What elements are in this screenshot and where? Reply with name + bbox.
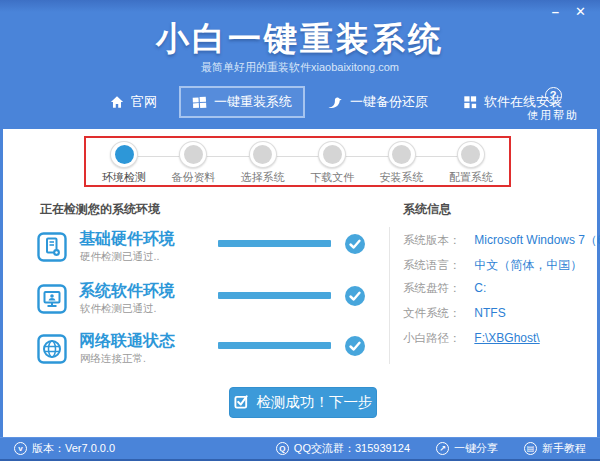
check-circle-icon	[345, 234, 365, 254]
info-label: 小白路径：	[403, 331, 467, 346]
info-value: NTFS	[474, 306, 505, 320]
question-icon: ?	[545, 87, 562, 104]
progress-bar	[218, 292, 331, 299]
step-install-system: 安装系统	[370, 141, 434, 185]
backup-restore-icon	[327, 95, 343, 110]
step-dot	[253, 145, 272, 164]
progress-bar	[218, 240, 331, 247]
info-label: 系统语言：	[403, 258, 467, 273]
detection-heading: 正在检测您的系统环境	[40, 201, 160, 218]
detection-row-software: 系统软件环境 软件检测已通过.	[3, 281, 388, 327]
detection-title: 系统软件环境	[79, 281, 175, 302]
windows-icon	[192, 95, 207, 110]
info-row-file-system: 文件系统： NTFS	[403, 306, 506, 321]
apps-grid-icon	[463, 95, 477, 109]
step-download-files: 下载文件	[300, 141, 364, 185]
qq-icon: Q	[276, 442, 289, 455]
vertical-divider	[389, 227, 390, 364]
hardware-icon	[37, 232, 67, 262]
system-info-heading: 系统信息	[403, 201, 451, 218]
nav-item-official-site[interactable]: 官网	[97, 86, 170, 118]
info-row-os-language: 系统语言： 中文（简体，中国）	[403, 257, 582, 274]
tutorial-icon: ▤	[524, 442, 537, 455]
tutorial-label: 新手教程	[542, 441, 586, 456]
content-area: 环境检测 备份资料 选择系统 下载文件 安装系统	[3, 129, 597, 437]
wizard-stepper: 环境检测 备份资料 选择系统 下载文件 安装系统	[86, 138, 509, 185]
home-icon	[110, 95, 124, 109]
checkbox-check-icon	[234, 394, 249, 412]
progress-bar	[218, 342, 331, 349]
info-label: 系统盘符：	[403, 281, 467, 296]
page-subtitle: 最简单好用的重装软件xiaobaixitong.com	[0, 60, 600, 75]
nav-item-reinstall-system[interactable]: 一键重装系统	[179, 86, 305, 118]
detection-title: 基础硬件环境	[79, 229, 175, 250]
step-dot	[115, 145, 134, 164]
next-step-button[interactable]: 检测成功！下一步	[229, 387, 377, 418]
info-row-xiaobai-path: 小白路径： F:\XBGhost\	[403, 331, 540, 346]
next-step-label: 检测成功！下一步	[257, 393, 373, 412]
page-title: 小白一键重装系统	[0, 17, 600, 62]
software-icon	[37, 284, 67, 314]
info-row-system-drive: 系统盘符： C:	[403, 281, 486, 296]
main-nav: 官网 一键重装系统 一键备份还原	[97, 86, 575, 118]
statusbar-links: Q QQ交流群：315939124 ↗ 一键分享 ▤ 新手教程	[276, 441, 586, 456]
step-backup-data: 备份资料	[161, 141, 225, 185]
tutorial-button[interactable]: ▤ 新手教程	[524, 441, 586, 456]
share-icon: ↗	[436, 442, 449, 455]
version-label: 版本：Ver7.0.0.0	[32, 441, 115, 456]
nav-item-backup-restore[interactable]: 一键备份还原	[314, 86, 441, 118]
step-dot	[323, 145, 342, 164]
help-button[interactable]: ? 使用帮助	[521, 87, 585, 123]
info-row-os-version: 系统版本： Microsoft Windows 7（64位）	[403, 232, 600, 249]
detection-row-hardware: 基础硬件环境 硬件检测已通过..	[3, 229, 388, 275]
step-dot	[184, 145, 203, 164]
info-value: 中文（简体，中国）	[474, 258, 582, 272]
network-icon	[37, 334, 67, 364]
qq-group-link[interactable]: Q QQ交流群：315939124	[276, 441, 410, 456]
detection-subtitle: 软件检测已通过.	[80, 302, 156, 316]
info-value: Microsoft Windows 7（64位）	[474, 233, 600, 247]
step-select-system: 选择系统	[231, 141, 295, 185]
qq-group-label: QQ交流群：315939124	[294, 441, 410, 456]
header: – ✕ 小白一键重装系统 最简单好用的重装软件xiaobaixitong.com…	[0, 0, 600, 129]
share-button[interactable]: ↗ 一键分享	[436, 441, 498, 456]
info-value: C:	[474, 281, 486, 295]
step-config-system: 配置系统	[439, 141, 503, 185]
info-label: 文件系统：	[403, 306, 467, 321]
check-circle-icon	[345, 286, 365, 306]
app-window: – ✕ 小白一键重装系统 最简单好用的重装软件xiaobaixitong.com…	[0, 0, 600, 461]
nav-item-label: 官网	[131, 93, 157, 111]
step-dot	[461, 145, 480, 164]
detection-title: 网络联通状态	[79, 331, 175, 352]
detection-subtitle: 硬件检测已通过..	[80, 250, 159, 264]
status-bar: v 版本：Ver7.0.0.0 Q QQ交流群：315939124 ↗ 一键分享…	[0, 437, 600, 461]
nav-item-label: 一键备份还原	[350, 93, 428, 111]
info-label: 系统版本：	[403, 233, 467, 248]
nav-item-label: 一键重装系统	[214, 93, 292, 111]
detection-subtitle: 网络连接正常.	[80, 352, 146, 366]
version-info: v 版本：Ver7.0.0.0	[14, 441, 115, 456]
step-dot	[392, 145, 411, 164]
annotation-rect: 环境检测 备份资料 选择系统 下载文件 安装系统	[84, 136, 511, 187]
step-env-detect: 环境检测	[92, 141, 156, 185]
detection-row-network: 网络联通状态 网络连接正常.	[3, 331, 388, 377]
check-circle-icon	[345, 336, 365, 356]
share-label: 一键分享	[454, 441, 498, 456]
help-label: 使用帮助	[521, 108, 585, 123]
version-icon: v	[14, 442, 27, 455]
xiaobai-path-link[interactable]: F:\XBGhost\	[474, 331, 539, 345]
